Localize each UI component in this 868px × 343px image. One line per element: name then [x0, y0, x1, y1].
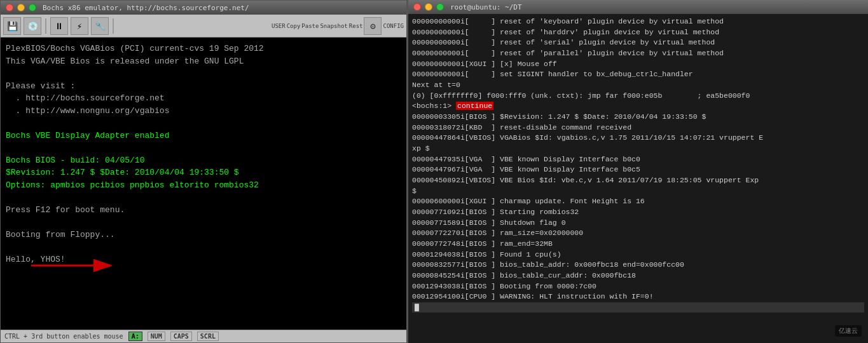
bochs-titlebar: Bochs x86 emulator, http://bochs.sourcef…: [1, 1, 406, 15]
bochs-screen: PlexBIOS/Bochs VGABios (PCI) current-cvs…: [1, 37, 406, 330]
terminal-line-7: Next at t=0: [412, 80, 864, 91]
terminal-line-15: 00000450892i[VBIOS] VBE Bios $Id: vbe.c,…: [412, 175, 864, 186]
toolbar-user-label: USER: [272, 23, 286, 29]
bochs-close-button[interactable]: [6, 4, 13, 11]
toolbar-copy-label: Copy: [287, 23, 301, 29]
toolbar-settings-icon[interactable]: ⚙: [364, 17, 382, 35]
toolbar-icon3[interactable]: ⚡: [71, 17, 88, 35]
bochs-minimize-button[interactable]: [17, 4, 25, 11]
toolbar-right-labels: USER Copy Paste Snapshot Rest ⚙ CONFIG: [272, 17, 404, 35]
terminal-line-3: 00000000000i[ ] reset of 'serial' plugin…: [412, 37, 864, 48]
toolbar-icon2[interactable]: ⏸: [50, 17, 68, 35]
terminal-line-14: 00000447967i[VGA ] VBE known Display Int…: [412, 165, 864, 175]
terminal-maximize-button[interactable]: [436, 3, 444, 11]
terminal-line-9: 00000003305i[BIOS ] $Revision: 1.247 $ $…: [412, 112, 864, 123]
drive-indicator: A:: [128, 332, 142, 341]
terminal-line-13: 00000447935i[VGA ] VBE known Display Int…: [412, 154, 864, 165]
terminal-title: root@ubuntu: ~/DT: [450, 3, 522, 11]
toolbar-snapshot-label: Snapshot: [320, 23, 347, 29]
terminal-content: 00000000000i[ ] reset of 'keyboard' plug…: [408, 14, 868, 343]
continue-highlight: continue: [456, 102, 493, 110]
terminal-line-12: xp $: [412, 144, 864, 154]
toolbar-cdrom-icon[interactable]: 💿: [24, 17, 41, 35]
bochs-window: Bochs x86 emulator, http://bochs.sourcef…: [0, 0, 407, 343]
terminal-line-21: 00000772748i[BIOS ] ram_end=32MB: [412, 239, 864, 250]
toolbar-sep1: [45, 18, 46, 34]
terminal-line-1: 00000000000i[ ] reset of 'keyboard' plug…: [412, 17, 864, 27]
toolbar-floppy-icon[interactable]: 💾: [3, 17, 21, 35]
terminal-line-26: 00012954100i[CPU0 ] WARNING: HLT instruc…: [412, 292, 864, 302]
terminal-close-button[interactable]: [413, 3, 421, 11]
terminal-cursor: █: [412, 302, 864, 313]
toolbar-rest-label: Rest: [349, 23, 363, 29]
scrl-indicator: SCRL: [197, 332, 219, 341]
terminal-line-16: $: [412, 186, 864, 197]
caps-indicator: CAPS: [170, 332, 192, 341]
bochs-statusbar: CTRL + 3rd button enables mouse A: NUM C…: [1, 330, 406, 342]
terminal-minimize-button[interactable]: [425, 3, 432, 11]
terminal-titlebar: root@ubuntu: ~/DT: [408, 0, 868, 14]
desktop: Bochs x86 emulator, http://bochs.sourcef…: [0, 0, 868, 343]
terminal-line-18: 00000771092i[BIOS ] Starting rombios32: [412, 207, 864, 218]
terminal-line-25: 00012943038i[BIOS ] Booting from 0000:7c…: [412, 281, 864, 292]
terminal-line-5: 00000000000i[XGUI ] [x] Mouse off: [412, 59, 864, 70]
terminal-line-bochs-prompt: <bochs:1> continue: [412, 101, 864, 112]
bochs-title: Bochs x86 emulator, http://bochs.sourcef…: [43, 4, 249, 12]
bochs-maximize-button[interactable]: [29, 4, 36, 11]
terminal-line-10: 00000318072i[KBD ] reset-disable command…: [412, 123, 864, 133]
terminal-window: root@ubuntu: ~/DT 00000000000i[ ] reset …: [407, 0, 868, 343]
terminal-line-8: (0) [0xfffffff0] f000:fff0 (unk. ctxt): …: [412, 91, 864, 102]
toolbar-paste-label: Paste: [301, 23, 319, 29]
red-arrow: [25, 253, 120, 280]
terminal-line-19: 00000771589i[BIOS ] Shutdown flag 0: [412, 218, 864, 229]
terminal-line-17: 00000600000i[XGUI ] charmap update. Font…: [412, 196, 864, 207]
terminal-line-22: 00001294038i[BIOS ] Found 1 cpu(s): [412, 250, 864, 260]
terminal-line-11: 00000447864i[VBIOS] VGABios $Id: vgabios…: [412, 133, 864, 144]
toolbar-sep2: [113, 18, 114, 34]
toolbar-icon4[interactable]: 🔧: [91, 17, 109, 35]
terminal-line-23: 00000832577i[BIOS ] bios_table_addr: 0x0…: [412, 260, 864, 271]
toolbar-config-label: CONFIG: [383, 23, 404, 29]
terminal-line-20: 00000772270i[BIOS ] ram_size=0x02000000: [412, 228, 864, 239]
terminal-line-4: 00000000000i[ ] reset of 'parallel' plug…: [412, 48, 864, 59]
terminal-line-24: 00000845254i[BIOS ] bios_table_cur_addr:…: [412, 271, 864, 281]
bochs-toolbar: 💾 💿 ⏸ ⚡ 🔧 USER Copy Paste Snapshot Rest …: [1, 15, 406, 37]
watermark: 亿速云: [835, 325, 862, 337]
bochs-screen-output: PlexBIOS/Bochs VGABios (PCI) current-cvs…: [6, 43, 401, 266]
bochs-screen-inner: PlexBIOS/Bochs VGABios (PCI) current-cvs…: [6, 43, 401, 325]
terminal-line-2: 00000000000i[ ] reset of 'harddrv' plugi…: [412, 27, 864, 38]
ctrl-hint-text: CTRL + 3rd button enables mouse: [4, 333, 123, 340]
terminal-line-6: 00000000000i[ ] set SIGINT handler to bx…: [412, 69, 864, 80]
num-indicator: NUM: [148, 332, 165, 341]
